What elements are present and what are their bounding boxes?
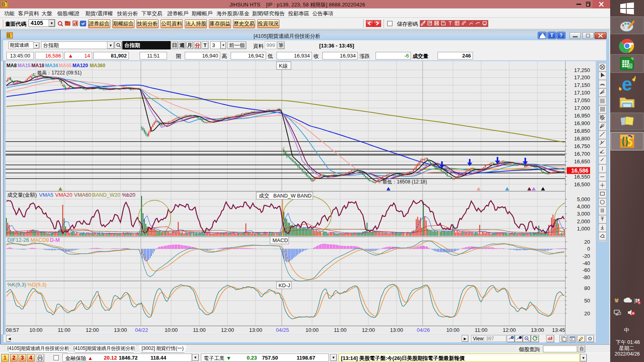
svg-text:e: e bbox=[622, 76, 632, 93]
svg-text:F: F bbox=[551, 336, 553, 339]
